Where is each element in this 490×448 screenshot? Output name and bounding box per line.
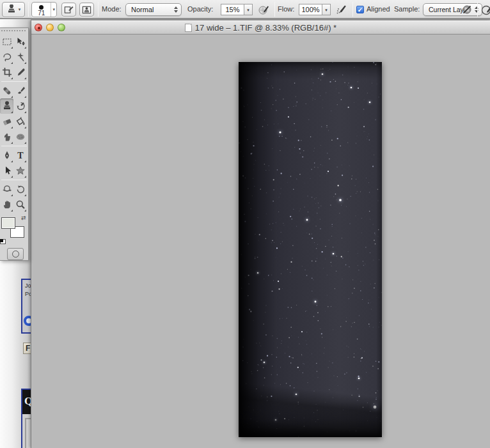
flow-input[interactable]: 100% — [299, 4, 322, 15]
tool-type[interactable]: T — [13, 148, 27, 163]
tool-flyout-indicator — [11, 111, 13, 113]
mode-label: Mode: — [102, 0, 122, 18]
pressure-size-icon — [481, 4, 490, 15]
opacity-label: Opacity: — [187, 0, 213, 18]
airbrush-icon — [336, 4, 347, 15]
clone-source-panel-icon — [82, 5, 91, 15]
path-selection-icon — [2, 166, 12, 176]
tool-path-selection[interactable] — [0, 163, 13, 178]
mode-value: Normal — [131, 6, 154, 13]
tool-healing-brush[interactable] — [0, 83, 13, 98]
clone-stamp-icon — [2, 101, 12, 111]
ignore-adjustment-layers-icon — [462, 4, 473, 15]
tool-eyedropper[interactable] — [13, 65, 27, 80]
background-window-fragment-dark[interactable]: Q — [21, 389, 31, 448]
tool-flyout-indicator — [24, 142, 26, 144]
hand-icon — [2, 199, 12, 210]
clone-stamp-icon — [6, 4, 17, 15]
tool-flyout-indicator — [11, 47, 13, 49]
svg-text:T: T — [17, 151, 24, 160]
tool-preset-picker[interactable]: ▾ — [2, 2, 25, 17]
tool-flyout-indicator — [11, 127, 13, 128]
tool-clone-stamp[interactable] — [0, 98, 13, 114]
tool-brush[interactable] — [13, 83, 27, 98]
tool-custom-shape[interactable] — [13, 163, 27, 178]
tool-rotate-3d[interactable] — [0, 182, 13, 197]
dropdown-arrow-icon: ▾ — [51, 3, 56, 17]
mode-select[interactable]: Normal — [125, 3, 182, 16]
toggle-brush-panel-button[interactable] — [61, 3, 76, 17]
background-window-fragment[interactable]: Jo Po — [21, 279, 31, 334]
starfield-canvas[interactable] — [239, 62, 382, 437]
brush-preset-picker[interactable]: 71 ▾ — [31, 2, 57, 17]
quick-mask-button[interactable] — [7, 248, 24, 260]
type-icon: T — [15, 150, 26, 160]
dropdown-arrow-icon: ▾ — [19, 7, 21, 12]
tool-flyout-indicator — [24, 176, 26, 178]
flow-label: Flow: — [278, 0, 294, 18]
opacity-input[interactable]: 15% — [221, 4, 244, 15]
tool-flyout-indicator — [24, 210, 26, 212]
tool-crop[interactable] — [0, 65, 13, 80]
sponge-icon — [15, 132, 26, 142]
tool-hand[interactable] — [0, 197, 13, 212]
fragment-logo: Q — [22, 390, 31, 414]
ignore-adjustment-layers-button[interactable] — [461, 3, 475, 17]
tool-lasso[interactable] — [0, 49, 13, 65]
brush-icon — [15, 86, 26, 96]
fragment-text: Jo — [22, 280, 31, 290]
document-window: 17 wide – 1.TIF @ 8.33% (RGB/16#) * — [31, 20, 490, 448]
tool-flyout-indicator — [24, 111, 26, 113]
tools-separator — [1, 81, 27, 82]
tool-flyout-indicator — [11, 77, 13, 79]
aligned-checkbox[interactable]: ✓ — [356, 6, 364, 13]
tool-flyout-indicator — [24, 160, 26, 162]
pressure-size-button[interactable] — [480, 3, 490, 17]
zoom-icon — [15, 199, 26, 210]
tool-quick-selection[interactable] — [13, 49, 27, 65]
tool-flyout-indicator — [11, 194, 13, 196]
tool-pen[interactable] — [0, 148, 13, 163]
tool-zoom[interactable] — [13, 197, 27, 212]
paint-bucket-icon — [15, 116, 26, 127]
aligned-label: Aligned — [367, 0, 390, 18]
quick-mask-icon — [12, 251, 19, 258]
flow-dropdown-button[interactable]: ▾ — [322, 4, 331, 15]
foreground-color-swatch[interactable] — [1, 217, 15, 229]
smudge-icon — [2, 132, 12, 142]
tool-paint-bucket[interactable] — [13, 114, 27, 129]
title-group: 17 wide – 1.TIF @ 8.33% (RGB/16#) * — [31, 20, 490, 35]
panel-grip[interactable] — [1, 30, 26, 33]
airbrush-button[interactable] — [335, 3, 349, 17]
default-colors-icon[interactable] — [0, 239, 6, 244]
history-brush-icon — [15, 101, 26, 111]
move-icon — [15, 36, 26, 47]
tool-history-brush[interactable] — [13, 98, 27, 114]
tool-flyout-indicator — [11, 96, 13, 98]
document-icon — [185, 24, 192, 32]
quick-selection-icon — [15, 52, 26, 62]
tool-flyout-indicator — [24, 62, 26, 64]
pressure-opacity-button[interactable] — [257, 3, 271, 17]
fragment-text: Po — [22, 290, 31, 298]
background-button-fragment[interactable]: F — [23, 343, 31, 354]
swap-colors-icon[interactable]: ⇄ — [21, 215, 26, 221]
tool-sponge[interactable] — [13, 129, 27, 144]
tool-smudge[interactable] — [0, 129, 13, 144]
tool-flyout-indicator — [24, 127, 26, 128]
tool-rectangular-marquee[interactable] — [0, 34, 13, 49]
opacity-dropdown-button[interactable]: ▾ — [244, 4, 253, 15]
tool-eraser[interactable] — [0, 114, 13, 129]
lasso-icon — [2, 52, 12, 62]
tool-flyout-indicator — [24, 96, 26, 98]
tool-orbit-3d[interactable] — [13, 182, 27, 197]
rotate-3d-icon — [2, 184, 12, 194]
tools-panel: T ⇄ — [0, 27, 29, 261]
toggle-clone-source-panel-button[interactable] — [79, 3, 94, 17]
select-arrows-icon — [475, 6, 478, 13]
tool-move[interactable] — [13, 34, 27, 49]
document-titlebar[interactable]: 17 wide – 1.TIF @ 8.33% (RGB/16#) * — [31, 20, 490, 35]
rectangular-marquee-icon — [2, 36, 12, 47]
starfield-image[interactable] — [239, 62, 382, 437]
tool-flyout-indicator — [24, 194, 26, 196]
